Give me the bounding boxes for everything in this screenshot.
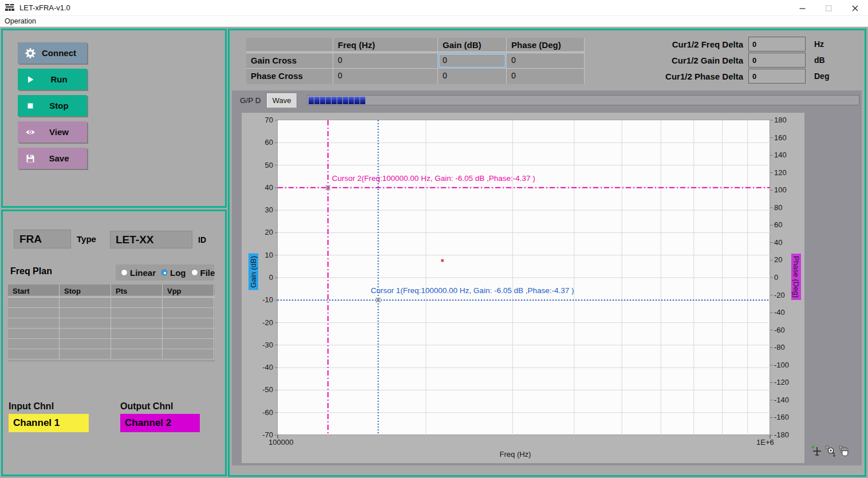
progress-segment [337,97,342,104]
cur-gain-delta-field[interactable]: 0 [748,53,806,68]
radio-dot-icon[interactable] [191,269,198,276]
minimize-button[interactable] [789,0,815,16]
freq-plan-cell[interactable] [111,318,163,328]
freq-plan-cell[interactable] [60,318,111,328]
freq-plan-cell[interactable] [8,318,60,328]
output-channel-label: Output Chnl [120,401,173,412]
freq-plan-cell[interactable] [111,298,163,307]
phase-tick-label: -120 [774,378,797,386]
gain-cross-freq-value[interactable]: 0 [333,53,438,69]
bode-chart[interactable]: 706050403020100-10-20-30-40-50-60-701801… [242,113,804,463]
phase-cross-freq-value[interactable]: 0 [333,69,438,84]
gain-cross-phase-value[interactable]: 0 [507,53,585,69]
freq-plan-cell[interactable] [60,298,111,307]
device-type-field[interactable]: FRA [14,230,71,248]
save-button-label: Save [35,153,87,163]
gain-tick-label: 20 [250,228,273,236]
application-window: LET-xFRA-v1.0 Operation [0,0,868,478]
device-type-label: Type [77,234,96,244]
cur-freq-delta-field[interactable]: 0 [748,37,806,52]
freq-plan-table[interactable]: StartStopPtsVpp [8,285,215,362]
freq-plan-cell[interactable] [163,318,214,328]
gain-tick-label: -20 [250,318,273,327]
radio-file[interactable]: File [191,268,215,278]
freq-plan-cell[interactable] [163,349,214,359]
freq-plan-mode-radios: LinearLogFile [116,264,214,281]
tab-wave[interactable]: Wave [266,93,297,108]
freq-plan-cell[interactable] [60,308,111,318]
freq-plan-cell[interactable] [8,329,60,338]
radio-log[interactable]: Log [161,268,186,278]
freq-plan-row[interactable] [8,318,215,329]
progress-segment [354,97,360,104]
freq-plan-cell[interactable] [8,298,60,307]
stop-icon [25,101,35,111]
x-min-tick-label: 100000 [269,438,293,447]
input-channel-selector[interactable]: Channel 1 [9,414,89,432]
tab-gpd[interactable]: G/P D [240,96,261,105]
progress-segment [360,97,365,104]
output-channel-selector[interactable]: Channel 2 [120,414,200,432]
freq-plan-cell[interactable] [111,308,163,318]
connect-button[interactable]: Connect [18,42,87,64]
freq-plan-cell[interactable] [163,308,214,318]
gear-icon [25,48,35,58]
input-channel-label: Input Chnl [9,401,54,412]
freq-plan-cell[interactable] [163,329,214,338]
phase-axis-badge: Phase (Deg) [791,254,801,300]
stop-button[interactable]: Stop [18,95,87,116]
cursor-2-label[interactable]: Cursor 2(Freq:100000.00 Hz, Gain: -6.05 … [332,174,535,183]
phase-cross-gain-value[interactable]: 0 [438,69,507,84]
cur-phase-delta-field[interactable]: 0 [748,69,806,84]
cross-table-col-freq: Freq (Hz) [333,38,438,53]
pan-hand-tool-icon[interactable] [839,445,850,457]
freq-plan-cell[interactable] [163,298,214,307]
freq-plan-cell[interactable] [8,308,60,318]
freq-plan-cell[interactable] [111,329,163,338]
phase-tick-label: 80 [774,203,797,212]
progress-bar [307,95,859,105]
freq-plan-cell[interactable] [60,339,111,349]
radio-dot-icon[interactable] [161,269,168,276]
radio-dot-icon[interactable] [121,269,128,276]
freq-plan-row[interactable] [8,349,215,360]
phase-cross-phase-value[interactable]: 0 [507,69,585,84]
freq-plan-row[interactable] [8,298,215,308]
phase-tick-label: -180 [774,430,797,439]
cursor-1-label[interactable]: Cursor 1(Freq:100000.00 Hz, Gain: -6.05 … [371,286,574,295]
view-button[interactable]: View [18,121,87,143]
phase-tick-label: -140 [774,396,797,404]
progress-segment [343,97,348,104]
freq-plan-cell[interactable] [111,339,163,349]
freq-plan-cell[interactable] [60,329,111,338]
freq-plan-row[interactable] [8,339,215,349]
freq-plan-cell[interactable] [60,349,111,359]
progress-segment [314,97,319,104]
gain-tick-label: -30 [250,341,273,349]
save-button[interactable]: Save [18,148,87,169]
freq-plan-row[interactable] [8,329,215,339]
freq-plan-cell[interactable] [8,339,60,349]
gain-cross-gain-value[interactable]: 0 [438,53,507,69]
freq-plan-row[interactable] [8,308,215,318]
cross-table-col-gain: Gain (dB) [438,38,507,53]
gain-tick-label: 70 [250,116,273,124]
freq-plan-cell[interactable] [111,349,163,359]
maximize-button[interactable] [815,0,842,16]
eye-icon [25,127,35,137]
device-id-field[interactable]: LET-XX [110,231,192,248]
cur-gain-delta-label: Cur1/2 Gain Delta [654,56,743,65]
play-icon [25,74,35,85]
phase-tick-label: 40 [774,238,797,247]
freq-plan-cell[interactable] [8,349,60,359]
crosshair-tool-icon[interactable] [811,445,823,457]
run-button[interactable]: Run [18,69,87,90]
zoom-tool-icon[interactable] [825,445,837,457]
menu-operation[interactable]: Operation [5,17,36,25]
freq-plan-cell[interactable] [163,339,214,349]
close-button[interactable] [842,0,868,16]
progress-segment [309,97,314,104]
progress-segment [326,97,331,104]
cur-phase-delta-label: Cur1/2 Phase Delta [654,72,743,81]
radio-linear[interactable]: Linear [121,268,156,278]
